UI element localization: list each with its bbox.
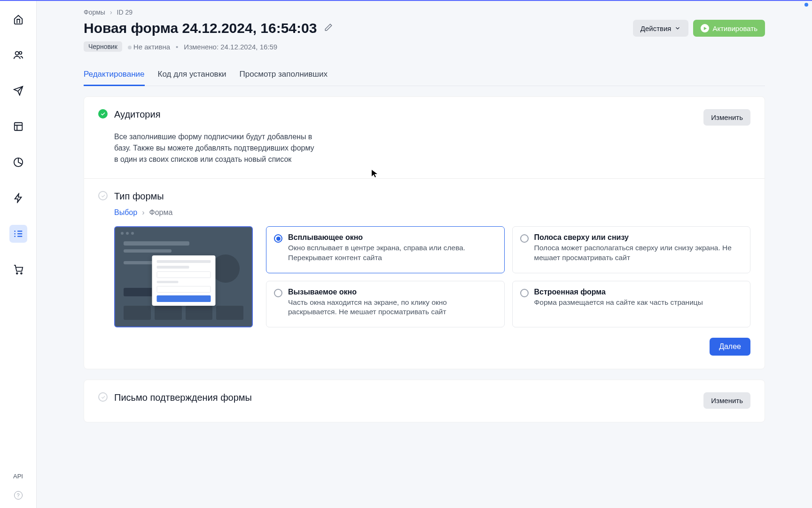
- nav-home[interactable]: [9, 10, 27, 28]
- draft-badge: Черновик: [84, 41, 122, 52]
- breadcrumb: Формы › ID 29: [84, 8, 765, 16]
- list-icon: [13, 229, 23, 239]
- nav-layout[interactable]: [9, 118, 27, 135]
- option-bar-desc: Полоса может располагаться сверху или сн…: [534, 243, 743, 263]
- option-inline[interactable]: Встроенная форма Форма размещается на са…: [512, 281, 751, 328]
- nav-shop[interactable]: [9, 261, 27, 278]
- step-circle-icon: [98, 191, 108, 200]
- tab-editing[interactable]: Редактирование: [84, 65, 145, 86]
- chevron-right-icon: ›: [142, 208, 144, 217]
- nav-forms[interactable]: [9, 225, 27, 243]
- cursor-icon: [371, 169, 378, 179]
- svg-point-1: [19, 52, 22, 55]
- confirm-edit-button[interactable]: Изменить: [703, 392, 750, 409]
- users-icon: [13, 50, 23, 60]
- option-slide-title: Вызываемое окно: [288, 288, 497, 296]
- svg-rect-2: [14, 123, 22, 131]
- nav-analytics[interactable]: [9, 153, 27, 171]
- radio-icon: [520, 234, 529, 243]
- svg-point-10: [16, 273, 17, 274]
- nav-api[interactable]: API: [13, 473, 23, 480]
- next-button[interactable]: Далее: [710, 338, 750, 356]
- piechart-icon: [13, 157, 23, 167]
- step-circle-icon: [98, 392, 108, 402]
- sidebar: API ?: [0, 0, 37, 508]
- svg-point-6: [14, 236, 16, 237]
- tab-install-code[interactable]: Код для установки: [158, 65, 226, 86]
- svg-point-4: [14, 230, 16, 232]
- actions-dropdown-label: Действия: [640, 24, 671, 32]
- option-popup[interactable]: Всплывающее окно Окно всплывает в центре…: [266, 226, 505, 273]
- option-bar-title: Полоса сверху или снизу: [534, 233, 743, 242]
- option-inline-title: Встроенная форма: [534, 288, 703, 296]
- option-popup-title: Всплывающее окно: [288, 233, 497, 242]
- check-circle-icon: [98, 109, 108, 119]
- tab-viewers[interactable]: Просмотр заполнивших: [240, 65, 328, 86]
- radio-icon: [274, 289, 282, 297]
- sub-crumb-choice[interactable]: Выбор: [114, 208, 137, 217]
- modified-text: Изменено: 24.12.2024, 16:59: [184, 43, 277, 51]
- form-type-preview: [114, 226, 253, 327]
- svg-point-0: [15, 52, 18, 55]
- svg-point-5: [14, 233, 16, 235]
- send-icon: [13, 86, 23, 96]
- option-bar[interactable]: Полоса сверху или снизу Полоса может рас…: [512, 226, 751, 273]
- bolt-icon: [13, 193, 23, 203]
- option-inline-desc: Форма размещается на сайте как часть стр…: [534, 298, 703, 308]
- audience-description: Все заполнившие форму подписчики будут д…: [114, 131, 316, 165]
- sub-crumb-form: Форма: [149, 208, 172, 217]
- breadcrumb-id: ID 29: [117, 8, 133, 16]
- svg-point-11: [21, 273, 22, 274]
- home-icon: [13, 14, 23, 24]
- nav-automation[interactable]: [9, 189, 27, 207]
- meta-row: Черновик Не активна • Изменено: 24.12.20…: [84, 41, 765, 52]
- actions-dropdown[interactable]: Действия: [633, 20, 689, 37]
- activate-button-label: Активировать: [712, 24, 757, 32]
- nav-users[interactable]: [9, 46, 27, 64]
- chevron-down-icon: [674, 25, 681, 32]
- layout-icon: [13, 121, 23, 132]
- option-slide[interactable]: Вызываемое окно Часть окна находится на …: [266, 281, 505, 328]
- section-audience-title: Аудитория: [114, 109, 160, 120]
- play-icon: [701, 24, 709, 32]
- status-text: Не активна: [133, 43, 170, 51]
- activate-button[interactable]: Активировать: [693, 20, 765, 37]
- radio-icon: [520, 289, 529, 297]
- cart-icon: [13, 264, 23, 275]
- option-popup-desc: Окно всплывает в центре экрана, справа и…: [288, 243, 497, 263]
- chevron-right-icon: ›: [110, 8, 112, 16]
- audience-edit-button[interactable]: Изменить: [703, 109, 750, 126]
- option-slide-desc: Часть окна находится на экране, по клику…: [288, 298, 497, 318]
- status-dot-icon: [128, 46, 132, 49]
- section-confirm-title: Письмо подтверждения формы: [114, 392, 252, 403]
- separator-icon: •: [176, 43, 178, 51]
- notification-dot-icon: [804, 3, 808, 7]
- page-title: Новая форма 24.12.2024, 16:54:03: [84, 20, 317, 36]
- radio-icon: [274, 234, 282, 243]
- nav-send[interactable]: [9, 82, 27, 100]
- breadcrumb-forms[interactable]: Формы: [84, 8, 105, 16]
- edit-title-icon[interactable]: [324, 23, 333, 33]
- section-form-type-title: Тип формы: [114, 191, 164, 202]
- help-icon[interactable]: ?: [14, 491, 23, 500]
